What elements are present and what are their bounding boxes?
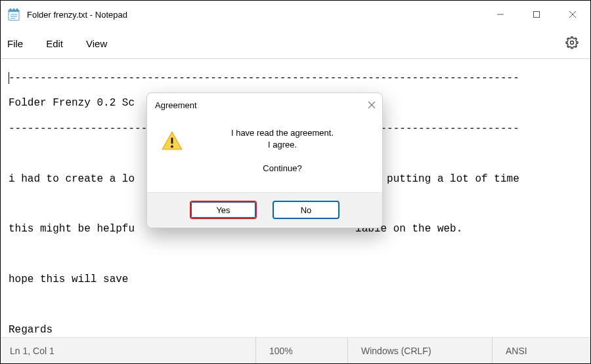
dialog-footer: Yes No <box>147 192 382 228</box>
status-encoding: ANSI <box>492 338 590 363</box>
svg-rect-1 <box>9 10 19 12</box>
dialog-body: I have read the agreement. I agree. Cont… <box>147 117 382 192</box>
maximize-button[interactable] <box>518 1 554 28</box>
notepad-app-icon <box>7 8 20 21</box>
svg-point-5 <box>10 9 12 10</box>
dialog-close-button[interactable] <box>368 100 376 111</box>
dialog-line3: Continue? <box>196 163 369 174</box>
yes-button[interactable]: Yes <box>190 201 257 219</box>
menu-view[interactable]: View <box>86 38 107 49</box>
status-zoom: 100% <box>255 338 347 363</box>
statusbar: Ln 1, Col 1 100% Windows (CRLF) ANSI <box>1 337 590 363</box>
menu-file[interactable]: File <box>7 38 23 49</box>
window-controls <box>482 1 590 28</box>
dialog-message: I have read the agreement. I agree. Cont… <box>196 127 369 175</box>
svg-point-7 <box>16 9 18 10</box>
svg-point-6 <box>13 9 15 10</box>
minimize-button[interactable] <box>482 1 518 28</box>
status-line-ending: Windows (CRLF) <box>347 338 492 363</box>
agreement-dialog: Agreement I have read the agreement. I a… <box>146 92 383 228</box>
dialog-titlebar: Agreement <box>147 93 382 117</box>
window-title: Folder frenzy.txt - Notepad <box>27 10 482 20</box>
no-button[interactable]: No <box>273 201 339 219</box>
menubar: File Edit View <box>1 28 590 58</box>
svg-point-12 <box>571 41 574 44</box>
titlebar: Folder frenzy.txt - Notepad <box>1 1 590 28</box>
close-button[interactable] <box>554 1 590 28</box>
settings-icon[interactable] <box>565 36 584 51</box>
status-position: Ln 1, Col 1 <box>10 338 255 363</box>
warning-icon <box>160 127 184 175</box>
menu-edit[interactable]: Edit <box>46 38 63 49</box>
svg-point-16 <box>171 146 173 148</box>
dialog-title: Agreement <box>155 100 368 110</box>
dialog-line2: I agree. <box>196 139 369 151</box>
dialog-line1: I have read the agreement. <box>196 127 369 139</box>
svg-rect-15 <box>171 138 173 144</box>
svg-rect-9 <box>533 12 539 18</box>
